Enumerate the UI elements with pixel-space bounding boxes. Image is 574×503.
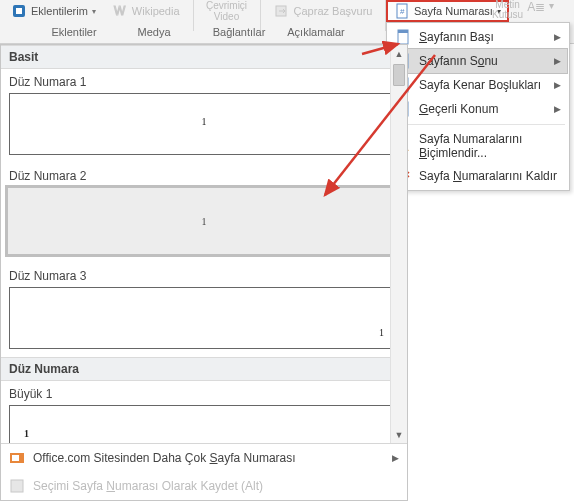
menu-item-label: Sayfa Kenar Boşlukları — [419, 78, 541, 92]
menu-item-label: Sayfa Numaralarını Biçimlendir... — [419, 132, 561, 160]
my-addins-button[interactable]: Eklentilerim ▾ — [6, 2, 101, 20]
submenu-arrow-icon: ▶ — [392, 453, 399, 463]
page-number-label: Sayfa Numarası — [414, 5, 493, 17]
page-number-sample: 1 — [202, 216, 207, 227]
page-number-button[interactable]: # Sayfa Numarası ▾ — [386, 0, 509, 22]
menu-item-top-of-page[interactable]: Sayfanın Başı ▶ — [389, 25, 567, 49]
gallery-footer-more-from-office[interactable]: Office.com Sitesinden Daha Çok Sayfa Num… — [1, 444, 407, 472]
gallery-item-label: Büyük 1 — [1, 381, 407, 405]
group-label-baglantilar: Bağlantılar — [202, 26, 276, 38]
gallery-scrollbar[interactable]: ▲ ▼ — [390, 45, 407, 443]
svg-text:#: # — [400, 7, 405, 16]
office-icon — [9, 450, 25, 466]
submenu-arrow-icon: ▶ — [554, 80, 561, 90]
menu-item-label: Geçerli Konum — [419, 102, 498, 116]
gallery-item-buyuk1[interactable]: 1 — [9, 405, 399, 443]
gallery-item-duz1[interactable]: 1 — [9, 93, 399, 155]
footer-label: Office.com Sitesinden Daha Çok Sayfa Num… — [33, 451, 296, 465]
gallery-item-label: Düz Numara 1 — [1, 69, 407, 93]
text-box-l2: Kutusu — [492, 10, 523, 20]
page-number-sample: 1 — [379, 327, 384, 338]
group-label-medya: Medya — [126, 26, 182, 38]
menu-item-label: Sayfa Numaralarını Kaldır — [419, 169, 557, 183]
quick-parts-icon[interactable]: A≣ — [527, 0, 545, 14]
svg-rect-1 — [16, 8, 22, 14]
scroll-thumb[interactable] — [393, 64, 405, 86]
scroll-up-icon[interactable]: ▲ — [391, 45, 407, 62]
more-icon[interactable]: ▾ — [549, 0, 554, 11]
svg-rect-7 — [398, 30, 408, 33]
page-top-icon — [395, 29, 411, 45]
footer-label: Seçimi Sayfa Numarası Olarak Kaydet (Alt… — [33, 479, 263, 493]
page-number-gallery: Basit Düz Numara 1 1 Düz Numara 2 1 Düz … — [0, 44, 408, 501]
my-addins-label: Eklentilerim — [31, 5, 88, 17]
gallery-item-duz2[interactable]: 1 — [7, 187, 401, 255]
menu-separator — [391, 124, 565, 125]
gallery-footer-save-selection: Seçimi Sayfa Numarası Olarak Kaydet (Alt… — [1, 472, 407, 500]
cross-ref-icon — [274, 3, 290, 19]
page-number-menu: Sayfanın Başı ▶ Sayfanın Sonu ▶ Sayfa Ke… — [386, 22, 570, 191]
wikipedia-button[interactable]: W Wikipedia — [107, 2, 185, 20]
menu-item-bottom-of-page[interactable]: Sayfanın Sonu ▶ — [389, 49, 567, 73]
online-video-button[interactable]: Çevrimiçi Video — [202, 0, 252, 22]
submenu-arrow-icon: ▶ — [554, 104, 561, 114]
gallery-group-header-basit: Basit — [1, 45, 407, 69]
menu-item-label: Sayfanın Başı — [419, 30, 494, 44]
scroll-down-icon[interactable]: ▼ — [391, 426, 407, 443]
submenu-arrow-icon: ▶ — [554, 32, 561, 42]
chevron-down-icon: ▾ — [92, 7, 96, 16]
textbox-button-area: Metin Kutusu A≣ ▾ — [492, 0, 554, 20]
online-video-l1: Çevrimiçi — [206, 0, 247, 11]
cross-reference-button[interactable]: Çapraz Başvuru — [269, 2, 378, 20]
addins-icon — [11, 3, 27, 19]
page-number-sample: 1 — [24, 428, 29, 439]
menu-item-format-page-numbers[interactable]: Sayfa Numaralarını Biçimlendir... — [389, 128, 567, 164]
page-number-icon: # — [394, 3, 410, 19]
save-selection-icon — [9, 478, 25, 494]
svg-rect-17 — [12, 455, 19, 461]
wikipedia-label: Wikipedia — [132, 5, 180, 17]
gallery-item-label: Düz Numara 2 — [1, 163, 407, 187]
svg-rect-18 — [11, 480, 23, 492]
gallery-item-duz3[interactable]: 1 — [9, 287, 399, 349]
submenu-arrow-icon: ▶ — [554, 56, 561, 66]
gallery-item-label: Düz Numara 3 — [1, 263, 407, 287]
menu-item-remove-page-numbers[interactable]: Sayfa Numaralarını Kaldır — [389, 164, 567, 188]
menu-item-label: Sayfanın Sonu — [419, 54, 498, 68]
wikipedia-icon: W — [112, 3, 128, 19]
gallery-footer: Office.com Sitesinden Daha Çok Sayfa Num… — [1, 443, 407, 500]
online-video-l2: Video — [214, 11, 239, 22]
menu-item-page-margins[interactable]: Sayfa Kenar Boşlukları ▶ — [389, 73, 567, 97]
group-label-aciklamalar: Açıklamalar — [282, 26, 350, 38]
cross-reference-label: Çapraz Başvuru — [294, 5, 373, 17]
text-box-button[interactable]: Metin Kutusu — [492, 0, 523, 20]
page-number-sample: 1 — [202, 116, 207, 127]
gallery-group-header-duz-numara: Düz Numara — [1, 357, 407, 381]
menu-item-current-position[interactable]: # Geçerli Konum ▶ — [389, 97, 567, 121]
svg-text:W: W — [114, 4, 126, 18]
group-label-eklentiler: Eklentiler — [34, 26, 114, 38]
